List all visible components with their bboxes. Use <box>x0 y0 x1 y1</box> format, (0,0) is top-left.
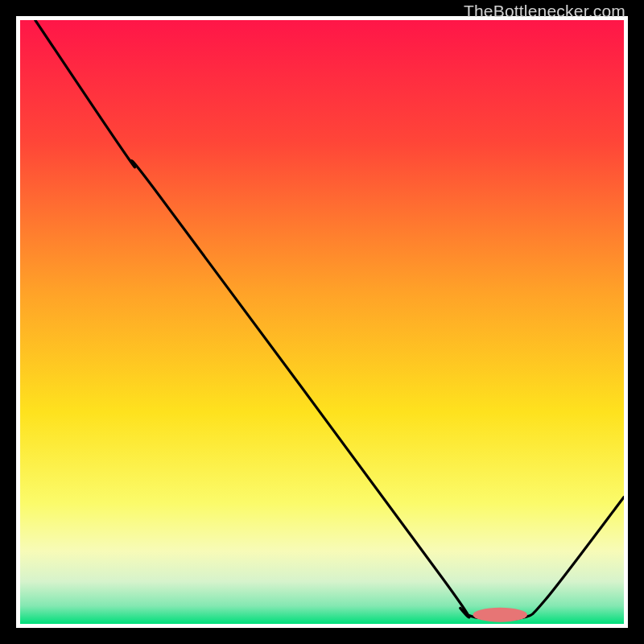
sweet-spot-marker <box>473 608 528 622</box>
bottleneck-chart <box>20 20 624 624</box>
gradient-background <box>20 20 624 624</box>
chart-frame: TheBottlenecker.com <box>16 16 628 628</box>
watermark-label: TheBottlenecker.com <box>464 2 625 21</box>
chart-plot-area <box>20 20 624 624</box>
